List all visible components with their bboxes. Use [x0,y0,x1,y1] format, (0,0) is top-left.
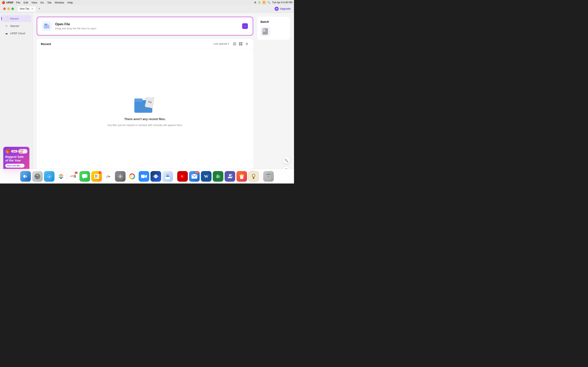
svg-rect-3 [233,44,236,44]
sidebar-item-starred[interactable]: ☆ Starred [1,22,31,29]
promo-badge-gift: Free Gift [18,149,27,154]
batch-card: Batch [257,17,290,40]
cloud-icon: ☁ [4,31,8,35]
promo-button[interactable]: Save and Win → [5,164,25,167]
dock-wunderbucket[interactable] [236,171,247,182]
apple-menu[interactable]: 🍎 [2,1,5,4]
dock-teams[interactable] [225,171,235,182]
menu-view[interactable]: View [30,1,39,4]
dock-safari[interactable] [44,171,54,182]
dock-freeform[interactable] [103,171,114,182]
menu-help[interactable]: Help [66,1,75,4]
dock-mail[interactable]: 6,974 [189,171,200,182]
search-floating-button[interactable]: 🔍 [283,157,290,164]
menu-go[interactable]: Go [39,1,45,4]
dock-chrome[interactable] [127,171,138,182]
app-name[interactable]: UPDF [6,1,13,4]
recent-icon: 🕐 [4,17,8,20]
open-file-card[interactable]: Open File Drag and drop the file here to… [37,17,253,35]
menubar: 🍎 UPDF File Edit View Go Tab Window Help… [0,0,294,5]
empty-state: Aa There aren't any recent files. Any fi… [37,49,253,173]
svg-point-67 [131,175,133,177]
sidebar-item-cloud[interactable]: ☁ UPDF Cloud [1,30,31,37]
sort-dropdown[interactable]: Last opened ▾ [214,42,229,45]
menubar-search[interactable]: 🔍 [267,1,270,4]
minimize-button[interactable] [7,8,10,10]
dock-acrobat[interactable]: A [177,171,188,182]
svg-rect-58 [95,177,97,178]
open-file-arrow[interactable]: › [242,23,248,29]
content-area: Open File Drag and drop the file here to… [33,13,294,184]
dock-photos[interactable] [56,171,66,182]
svg-point-34 [38,176,39,177]
svg-point-50 [59,176,60,178]
dock-trash[interactable] [263,171,274,182]
close-button[interactable] [3,8,6,10]
dock-zoom[interactable] [139,171,149,182]
tab-new-tab[interactable]: New Tab ✕ [17,6,36,12]
upgrade-button[interactable]: M Upgrade [275,7,291,11]
dock-separator-1 [175,173,175,180]
maximize-button[interactable] [11,8,14,10]
menubar-wifi[interactable]: 📶 [263,1,266,4]
delete-button[interactable] [245,42,249,46]
dock-messages[interactable] [79,171,90,182]
grid-view-button[interactable] [238,42,243,46]
svg-point-51 [59,175,60,176]
svg-rect-62 [120,178,121,179]
svg-rect-7 [239,44,241,45]
svg-point-47 [62,175,63,176]
menu-window[interactable]: Window [53,1,66,4]
tab-area: New Tab ✕ + [17,6,41,12]
dock-word[interactable]: W [201,171,212,182]
svg-rect-56 [95,176,98,176]
list-view-button[interactable] [232,42,237,46]
svg-rect-64 [122,176,123,176]
sidebar-item-recent[interactable]: 🕐 Recent [1,15,31,22]
new-tab-button[interactable]: + [37,7,41,11]
svg-rect-63 [118,176,119,176]
notes-badge: 1 [99,171,102,174]
menu-edit[interactable]: Edit [22,1,30,4]
dock-system-prefs[interactable] [115,171,126,182]
batch-icon[interactable] [260,27,270,36]
dock-notes[interactable]: 1 [91,171,102,182]
user-avatar: M [275,7,279,11]
svg-rect-22 [263,31,266,32]
dock-finder[interactable] [20,171,31,182]
svg-rect-8 [241,44,242,45]
menubar-control-center[interactable]: ⊞ [254,1,256,4]
svg-rect-92 [268,174,269,175]
open-file-title: Open File [55,22,239,26]
dock-keychain[interactable] [248,171,259,182]
svg-text:Aa: Aa [148,100,152,104]
menu-tab[interactable]: Tab [45,1,53,4]
sort-label: Last opened [214,42,227,45]
dock-dropbox[interactable] [150,171,161,182]
svg-point-37 [38,177,39,178]
svg-point-32 [35,176,37,177]
recent-controls [232,42,249,46]
sidebar-item-starred-label: Starred [10,25,19,27]
dock-calendar[interactable]: APR 9 2 [68,171,78,182]
svg-point-48 [62,176,63,178]
open-file-icon [42,21,52,31]
promo-title: Biggest Sale of the Year [5,155,27,162]
promo-badge-sale: Sale [11,150,17,152]
sidebar-item-recent-label: Recent [10,17,18,20]
svg-rect-61 [120,174,121,175]
svg-rect-57 [95,176,98,177]
svg-rect-27 [26,175,27,177]
svg-text:A: A [181,175,183,178]
tab-close-button[interactable]: ✕ [31,7,34,10]
sidebar-item-cloud-label: UPDF Cloud [10,32,25,35]
svg-point-29 [35,175,37,176]
recent-section: Recent Last opened ▾ [37,39,253,179]
menu-file[interactable]: File [14,1,22,4]
dock-preview[interactable] [162,171,173,182]
dock-numbers[interactable] [213,171,223,182]
main-layout: 🕐 Recent ☆ Starred ☁ UPDF Cloud [0,13,294,184]
dock-launchpad[interactable] [32,171,43,182]
svg-rect-20 [263,30,266,30]
dock-separator-2 [261,173,261,180]
